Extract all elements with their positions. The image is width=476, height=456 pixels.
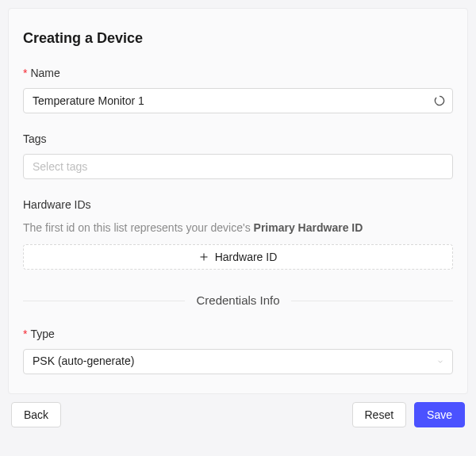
tags-field-row: Tags Select tags xyxy=(23,131,453,179)
page-title: Creating a Device xyxy=(23,28,453,49)
credentials-divider-text: Credentials Info xyxy=(185,293,290,307)
credentials-divider: Credentials Info xyxy=(23,292,453,310)
chevron-down-icon xyxy=(436,358,444,366)
type-selected-value: PSK (auto-generate) xyxy=(33,353,134,370)
hardware-ids-row: Hardware IDs The first id on this list r… xyxy=(23,197,453,270)
tags-label: Tags xyxy=(23,131,453,148)
form-card: Creating a Device Name Tags Select tags … xyxy=(8,8,468,394)
hardware-ids-helper-strong: Primary Hardware ID xyxy=(254,221,363,234)
actions-right: Reset Save xyxy=(352,402,466,427)
add-hardware-id-label: Hardware ID xyxy=(215,251,278,263)
tags-placeholder: Select tags xyxy=(33,159,87,175)
add-hardware-id-button[interactable]: Hardware ID xyxy=(23,244,453,270)
type-select[interactable]: PSK (auto-generate) xyxy=(23,349,453,374)
hardware-ids-helper-prefix: The first id on this list represents you… xyxy=(23,221,254,234)
type-label: Type xyxy=(23,326,453,343)
save-button[interactable]: Save xyxy=(414,402,465,427)
name-field-row: Name xyxy=(23,65,453,113)
page-container: Creating a Device Name Tags Select tags … xyxy=(0,0,476,440)
name-label: Name xyxy=(23,65,453,82)
name-input[interactable] xyxy=(23,88,453,113)
actions-bar: Back Reset Save xyxy=(8,402,468,432)
reset-button[interactable]: Reset xyxy=(352,402,407,427)
type-field-row: Type PSK (auto-generate) xyxy=(23,326,453,374)
hardware-ids-label: Hardware IDs xyxy=(23,197,453,213)
tags-select[interactable]: Select tags xyxy=(23,154,453,179)
hardware-ids-helper: The first id on this list represents you… xyxy=(23,220,453,236)
plus-icon xyxy=(199,252,209,262)
name-input-wrapper xyxy=(23,88,453,113)
back-button[interactable]: Back xyxy=(11,402,61,427)
